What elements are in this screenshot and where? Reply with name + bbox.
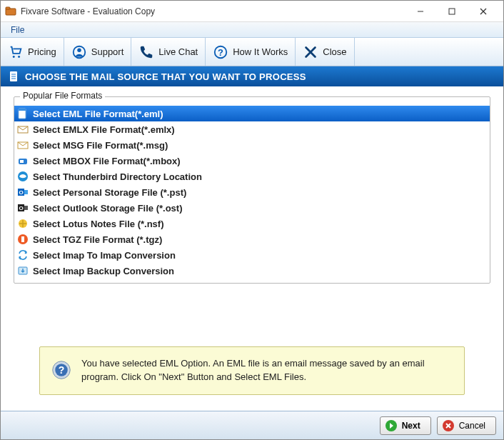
svg-rect-19 — [19, 109, 26, 111]
question-icon: ? — [213, 44, 228, 60]
support-label: Support — [91, 46, 124, 57]
phone-icon — [138, 44, 154, 60]
window-controls — [405, 1, 499, 21]
support-icon — [71, 44, 87, 60]
close-label: Close — [323, 46, 346, 57]
format-label: Select Lotus Notes File (*.nsf) — [33, 219, 163, 229]
svg-rect-27 — [24, 190, 28, 194]
formats-groupbox: Popular File Formats Select EML File For… — [14, 96, 490, 284]
cancel-button[interactable]: Cancel — [437, 416, 496, 435]
format-imap-backup[interactable]: Select Imap Backup Conversion — [14, 263, 490, 279]
format-pst[interactable]: O Select Personal Storage File (*.pst) — [14, 184, 490, 200]
close-button[interactable]: Close — [296, 38, 354, 66]
document-icon — [8, 71, 19, 82]
format-label: Select MBOX File Format(*.mbox) — [33, 156, 181, 166]
format-label: Select Personal Storage File (*.pst) — [33, 187, 186, 198]
file-icon — [17, 108, 29, 119]
format-tgz[interactable]: Select TGZ File Format (*.tgz) — [14, 231, 490, 247]
cart-icon — [8, 44, 24, 60]
minimize-button[interactable] — [405, 1, 436, 21]
svg-text:?: ? — [218, 46, 223, 57]
svg-point-7 — [18, 55, 20, 57]
format-label: Select TGZ File Format (*.tgz) — [33, 234, 162, 245]
format-msg[interactable]: Select MSG File Format(*.msg) — [14, 137, 490, 153]
mailbox-icon — [17, 155, 29, 166]
info-text: You have selected EML Option. An EML fil… — [81, 357, 453, 384]
svg-text:?: ? — [59, 365, 65, 376]
next-arrow-icon — [385, 419, 398, 432]
header-bar: CHOOSE THE MAIL SOURCE THAT YOU WANT TO … — [1, 66, 503, 86]
next-label: Next — [402, 421, 420, 431]
format-label: Select Thunderbird Directory Location — [33, 171, 202, 182]
thunderbird-icon — [17, 171, 29, 182]
menu-file[interactable]: File — [5, 24, 30, 36]
main-content: Popular File Formats Select EML File For… — [1, 86, 503, 411]
header-text: CHOOSE THE MAIL SOURCE THAT YOU WANT TO … — [25, 71, 306, 82]
maximize-button[interactable] — [436, 1, 468, 21]
footer: Next Cancel — [1, 411, 503, 439]
titlebar: Fixvare Software - Evaluation Copy — [1, 1, 503, 22]
close-icon — [303, 44, 318, 60]
lotus-icon — [17, 218, 29, 229]
format-label: Select Outlook Storage File (*.ost) — [33, 203, 182, 214]
menubar: File — [1, 22, 503, 38]
next-button[interactable]: Next — [380, 416, 431, 435]
close-window-button[interactable] — [468, 1, 499, 21]
svg-text:O: O — [19, 205, 23, 211]
svg-point-6 — [13, 55, 15, 57]
support-button[interactable]: Support — [64, 38, 132, 66]
format-nsf[interactable]: Select Lotus Notes File (*.nsf) — [14, 216, 490, 231]
format-eml[interactable]: Select EML File Format(*.eml) — [14, 106, 490, 121]
svg-rect-23 — [20, 160, 24, 163]
outlook-icon: O — [17, 186, 29, 198]
svg-rect-30 — [24, 206, 28, 210]
format-ost[interactable]: O Select Outlook Storage File (*.ost) — [14, 200, 490, 216]
livechat-button[interactable]: Live Chat — [131, 38, 206, 66]
svg-rect-3 — [449, 9, 455, 14]
envelope-icon — [17, 139, 29, 151]
format-thunderbird[interactable]: Select Thunderbird Directory Location — [14, 169, 490, 184]
format-label: Select Imap Backup Conversion — [33, 266, 174, 276]
format-mbox[interactable]: Select MBOX File Format(*.mbox) — [14, 153, 490, 169]
format-list: Select EML File Format(*.eml) Select EML… — [14, 106, 490, 279]
svg-rect-33 — [21, 236, 24, 242]
window-title: Fixvare Software - Evaluation Copy — [21, 6, 405, 16]
groupbox-title: Popular File Formats — [20, 91, 105, 101]
info-box: ? You have selected EML Option. An EML f… — [39, 346, 465, 395]
svg-point-9 — [77, 48, 81, 52]
toolbar: Pricing Support Live Chat ? How It Works… — [1, 38, 503, 66]
format-label: Select EML File Format(*.eml) — [33, 109, 163, 119]
svg-rect-1 — [6, 7, 10, 9]
format-label: Select Imap To Imap Conversion — [33, 250, 176, 261]
cancel-x-icon — [442, 419, 455, 432]
envelope-icon — [17, 124, 29, 135]
svg-text:O: O — [19, 189, 23, 196]
outlook-dark-icon: O — [17, 202, 29, 214]
info-icon: ? — [51, 360, 71, 380]
howitworks-button[interactable]: ? How It Works — [206, 38, 296, 66]
app-icon — [5, 6, 16, 17]
format-imap-to-imap[interactable]: Select Imap To Imap Conversion — [14, 247, 490, 263]
cancel-label: Cancel — [459, 421, 485, 431]
format-label: Select MSG File Format(*.msg) — [33, 140, 168, 151]
sync-icon — [17, 249, 29, 261]
backup-icon — [17, 265, 29, 276]
format-emlx[interactable]: Select EMLX File Format(*.emlx) — [14, 121, 490, 137]
archive-icon — [17, 234, 29, 245]
format-label: Select EMLX File Format(*.emlx) — [33, 124, 175, 135]
pricing-label: Pricing — [28, 46, 56, 57]
howitworks-label: How It Works — [233, 46, 288, 57]
livechat-label: Live Chat — [158, 46, 198, 57]
pricing-button[interactable]: Pricing — [1, 38, 64, 66]
